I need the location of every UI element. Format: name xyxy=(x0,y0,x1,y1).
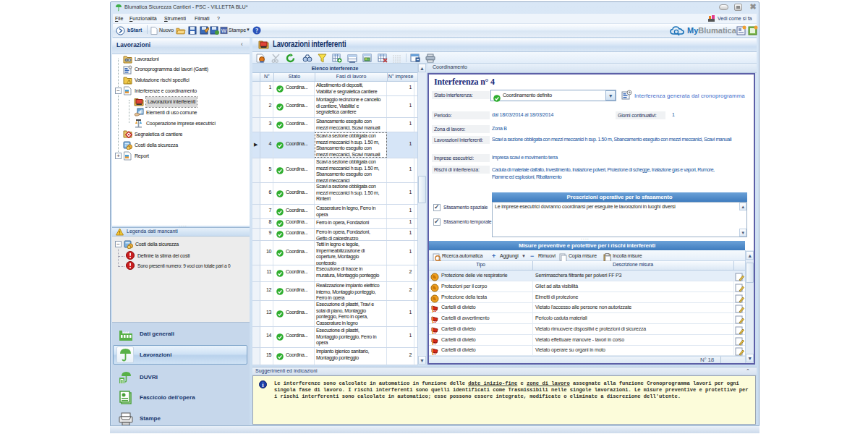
svg-text:W: W xyxy=(221,27,226,34)
svg-text:?: ? xyxy=(255,27,258,34)
svg-text:!: ! xyxy=(119,230,120,235)
